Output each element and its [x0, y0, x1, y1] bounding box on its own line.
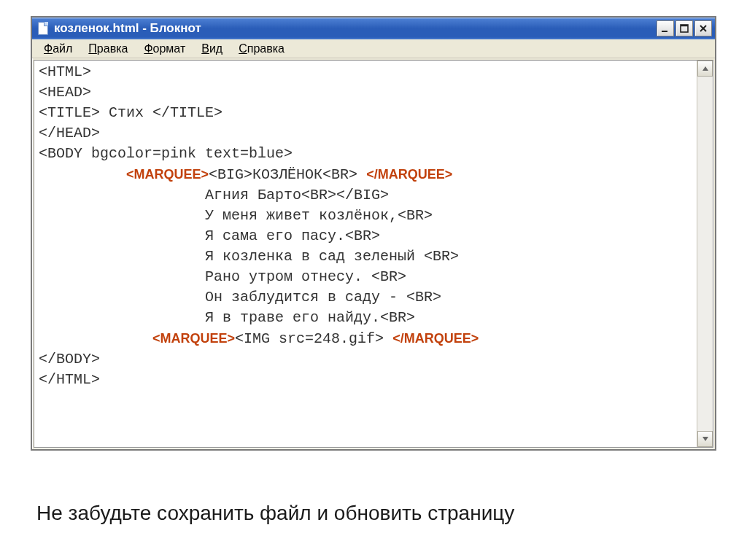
document-icon — [38, 22, 48, 35]
chevron-down-icon — [702, 435, 709, 443]
code-line: </HTML> — [39, 371, 100, 388]
menu-edit[interactable]: Правка — [81, 41, 136, 57]
annotation-marquee-close: </MARQUEE> — [366, 167, 452, 182]
vertical-scrollbar[interactable] — [697, 61, 713, 447]
code-line: У меня живет козлёнок,<BR> — [39, 207, 433, 224]
code-line: <TITLE> Стих </TITLE> — [39, 104, 222, 121]
code-line: <BIG>КОЗЛЁНОК<BR> — [209, 166, 357, 183]
annotation-marquee-open-2: <MARQUEE> — [152, 331, 235, 346]
scroll-up-button[interactable] — [697, 61, 713, 77]
menu-format[interactable]: Формат — [136, 41, 194, 57]
code-line: </HEAD> — [39, 125, 100, 141]
code-line: Агния Барто<BR></BIG> — [39, 187, 389, 203]
code-line: Я в траве его найду.<BR> — [39, 309, 415, 326]
client-area: <HTML> <HEAD> <TITLE> Стих </TITLE> </HE… — [34, 60, 713, 448]
close-icon — [699, 24, 708, 33]
maximize-icon — [680, 24, 689, 33]
code-line: <HTML> — [39, 63, 91, 80]
page-caption: Не забудьте сохранить файл и обновить ст… — [36, 502, 514, 525]
code-line: Я козленка в сад зеленый <BR> — [39, 248, 459, 265]
scroll-down-button[interactable] — [697, 431, 713, 447]
notepad-window: козленок.html - Блокнот Файл Правка Форм… — [31, 16, 716, 451]
maximize-button[interactable] — [676, 20, 693, 36]
window-controls — [657, 20, 712, 36]
menu-view[interactable]: Вид — [194, 41, 231, 57]
svg-rect-2 — [681, 25, 688, 26]
annotation-marquee-close-2: </MARQUEE> — [392, 331, 479, 346]
app-icon — [36, 22, 50, 35]
code-line: </BODY> — [39, 351, 100, 368]
minimize-icon — [661, 24, 670, 33]
code-line: Я сама его пасу.<BR> — [39, 228, 380, 244]
code-line: <IMG src=248.gif> — [235, 330, 384, 347]
code-line: Он заблудится в саду - <BR> — [39, 289, 441, 306]
svg-marker-6 — [703, 437, 708, 441]
svg-rect-0 — [662, 31, 667, 32]
menu-file[interactable]: Файл — [36, 41, 81, 57]
annotation-marquee-open: <MARQUEE> — [126, 167, 209, 182]
svg-marker-5 — [703, 66, 708, 71]
indent — [39, 166, 126, 183]
code-line: <HEAD> — [39, 84, 91, 101]
menubar: Файл Правка Формат Вид Справка — [32, 39, 715, 58]
code-line: <BODY bgcolor=pink text=blue> — [39, 145, 293, 162]
window-title: козленок.html - Блокнот — [54, 21, 201, 36]
indent — [39, 330, 152, 347]
chevron-up-icon — [702, 65, 709, 72]
close-button[interactable] — [694, 20, 712, 36]
titlebar[interactable]: козленок.html - Блокнот — [32, 18, 715, 39]
minimize-button[interactable] — [657, 20, 674, 36]
code-line: Рано утром отнесу. <BR> — [39, 268, 406, 285]
text-area[interactable]: <HTML> <HEAD> <TITLE> Стих </TITLE> </HE… — [34, 61, 697, 447]
menu-help[interactable]: Справка — [231, 41, 293, 57]
